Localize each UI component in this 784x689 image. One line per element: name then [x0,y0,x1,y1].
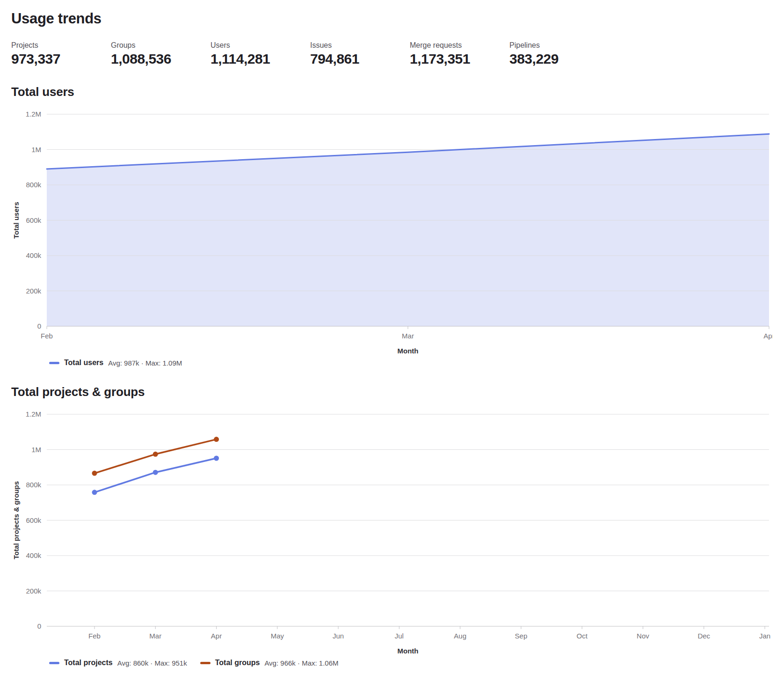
stat-label: Users [211,41,310,50]
x-tick-label: Feb [41,332,53,340]
x-tick-label: Mar [402,332,414,340]
x-tick-label: Apr [211,632,222,640]
stat-value: 1,173,351 [410,51,509,67]
y-tick-label: 400k [26,251,41,259]
legend-dash-icon [200,662,211,664]
data-point [153,470,158,475]
x-axis-title: Month [398,347,419,355]
y-tick-label: 200k [26,287,41,295]
data-point [153,452,158,457]
legend-item-total-projects[interactable]: Total projects Avg: 860k · Max: 951k [49,659,187,667]
y-tick-label: 0 [37,622,41,630]
x-tick-label: Mar [149,632,161,640]
stat-value: 973,337 [11,51,111,67]
section-title-total-projects-groups: Total projects & groups [11,385,773,399]
x-tick-label: Aug [454,632,466,640]
legend-item-total-groups[interactable]: Total groups Avg: 966k · Max: 1.06M [200,659,339,667]
stat-merge-requests: Merge requests 1,173,351 [410,41,509,67]
data-point [92,490,97,495]
total-projects-groups-chart[interactable]: 0200k400k600k800k1M1.2MFebMarAprMayJunJu… [11,403,773,656]
y-tick-label: 1M [31,446,41,454]
x-tick-label: Jul [395,632,404,640]
y-tick-label: 600k [26,216,41,224]
x-tick-label: Jun [333,632,344,640]
legend-item-total-users[interactable]: Total users Avg: 987k · Max: 1.09M [49,359,182,367]
legend-series-stats: Avg: 966k · Max: 1.06M [264,659,338,667]
stat-label: Projects [11,41,111,50]
y-tick-label: 400k [26,551,41,559]
x-axis-title: Month [398,647,419,655]
legend-series-stats: Avg: 860k · Max: 951k [117,659,187,667]
stat-value: 794,861 [310,51,410,67]
total-projects-groups-legend: Total projects Avg: 860k · Max: 951k Tot… [49,659,773,667]
y-tick-label: 600k [26,516,41,524]
y-axis-title: Total projects & groups [12,481,20,559]
legend-series-name: Total groups [215,659,260,667]
stat-label: Pipelines [509,41,609,50]
y-tick-label: 1M [31,146,41,154]
stat-label: Issues [310,41,410,50]
total-users-section: Total users 0200k400k600k800k1M1.2MFebMa… [11,85,773,367]
legend-series-name: Total projects [64,659,113,667]
legend-series-name: Total users [64,359,103,367]
x-tick-label: Apr [763,332,773,340]
y-axis-title: Total users [12,202,20,239]
x-tick-label: May [271,632,284,640]
stat-value: 1,114,281 [211,51,310,67]
stat-value: 1,088,536 [111,51,211,67]
stats-row: Projects 973,337 Groups 1,088,536 Users … [11,41,773,67]
stat-projects: Projects 973,337 [11,41,111,67]
stat-issues: Issues 794,861 [310,41,410,67]
y-tick-label: 0 [37,322,41,330]
legend-dash-icon [49,362,59,364]
plot-area: 0200k400k600k800k1M1.2MFebMarAprMayJunJu… [12,410,770,655]
stat-label: Merge requests [410,41,509,50]
total-projects-groups-section: Total projects & groups 0200k400k600k800… [11,385,773,667]
stat-pipelines: Pipelines 383,229 [509,41,609,67]
x-tick-label: Nov [637,632,649,640]
legend-dash-icon [49,662,59,664]
plot-area: 0200k400k600k800k1M1.2MFebMarAprMonthTot… [12,110,773,355]
x-tick-label: Dec [697,632,710,640]
data-point [214,437,219,442]
y-tick-label: 800k [26,481,41,489]
total-users-legend: Total users Avg: 987k · Max: 1.09M [49,359,773,367]
y-tick-label: 800k [26,181,41,189]
y-tick-label: 200k [26,587,41,595]
data-point [214,455,219,461]
stat-groups: Groups 1,088,536 [111,41,211,67]
area-fill [47,134,769,326]
stat-users: Users 1,114,281 [211,41,310,67]
usage-trends-page: Usage trends Projects 973,337 Groups 1,0… [11,10,773,667]
y-tick-label: 1.2M [26,410,41,418]
section-title-total-users: Total users [11,85,773,99]
legend-series-stats: Avg: 987k · Max: 1.09M [108,359,182,367]
x-tick-label: Sep [515,632,528,640]
x-tick-label: Jan [759,632,770,640]
stat-value: 383,229 [509,51,609,67]
x-tick-label: Feb [88,632,101,640]
series-line [94,458,217,492]
total-users-chart[interactable]: 0200k400k600k800k1M1.2MFebMarAprMonthTot… [11,103,773,356]
data-point [92,471,97,476]
x-tick-label: Oct [577,632,588,640]
page-title: Usage trends [11,10,773,27]
y-tick-label: 1.2M [26,110,41,118]
stat-label: Groups [111,41,211,50]
